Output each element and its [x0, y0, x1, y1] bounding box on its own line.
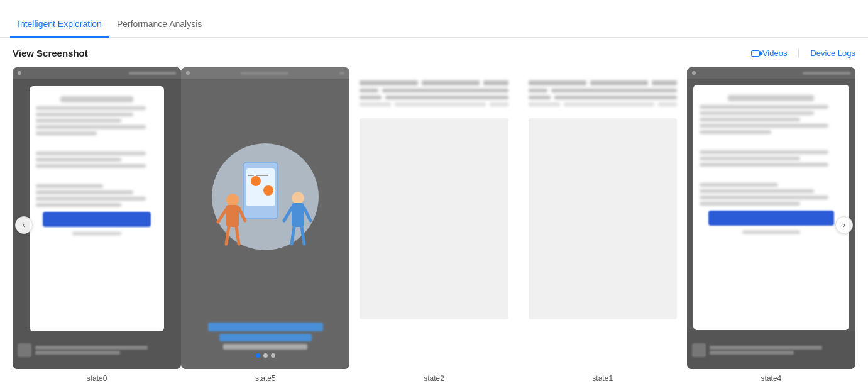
header-divider [798, 49, 799, 58]
dot [271, 353, 275, 358]
bottom-text [35, 345, 176, 356]
blur-line [36, 131, 97, 135]
tab-performance-analysis[interactable]: Performance Analysis [109, 19, 209, 38]
main-content: View Screenshot Videos Device Logs ‹ [0, 38, 868, 386]
phone-frame-0[interactable] [13, 67, 181, 369]
state-card-0: state0 [13, 67, 181, 383]
svg-rect-4 [226, 205, 239, 227]
blur-line [700, 196, 828, 199]
blur-big-title-2 [219, 334, 312, 341]
bottom-blur [35, 346, 148, 350]
blur-button [708, 211, 835, 226]
view-actions: Videos Device Logs [751, 48, 855, 58]
bottom-icon [18, 343, 31, 357]
phone-frame-1[interactable] [519, 67, 687, 369]
table-cell [360, 89, 378, 92]
nav-arrow-left[interactable]: ‹ [15, 216, 33, 234]
tab-label: Intelligent Exploration [18, 19, 102, 29]
table-cell [395, 102, 485, 106]
device-logs-link[interactable]: Device Logs [810, 48, 855, 58]
video-icon [751, 50, 760, 57]
state-label-0: state0 [87, 374, 107, 383]
view-title: View Screenshot [13, 48, 88, 58]
top-dot [18, 71, 21, 75]
svg-point-15 [251, 176, 261, 186]
phone-frame-5[interactable] [181, 67, 349, 369]
nav-arrow-right[interactable]: › [835, 216, 853, 234]
svg-rect-10 [292, 203, 304, 227]
tab-label: Performance Analysis [117, 19, 202, 29]
state-card-5: state5 [181, 67, 349, 383]
phone-frame-4[interactable] [687, 67, 855, 369]
blur-line [700, 183, 779, 187]
blur-line [36, 190, 134, 194]
blur-line [36, 113, 134, 116]
tab-intelligent-exploration[interactable]: Intelligent Exploration [10, 19, 109, 38]
blur-line [700, 150, 828, 154]
state5-bottom [181, 315, 349, 369]
top-dot [692, 71, 696, 75]
table-content-1 [524, 72, 682, 114]
blur-line [700, 111, 815, 115]
table-cell [652, 80, 677, 85]
table-content-2 [354, 72, 513, 114]
dots-indicator [189, 353, 342, 358]
bottom-text [710, 345, 850, 356]
table-cell [551, 89, 677, 92]
svg-point-3 [226, 194, 239, 206]
phone-topbar-0 [13, 67, 181, 79]
videos-label: Videos [762, 48, 788, 58]
state2-content [349, 67, 518, 369]
phone-bottom-bar-4 [687, 331, 855, 369]
blur-line [700, 130, 771, 134]
table-cell [529, 102, 560, 106]
state-card-1: state1 [519, 67, 687, 383]
table-row [529, 96, 677, 99]
table-row [529, 102, 677, 106]
blur-line [36, 106, 146, 110]
dot-active [256, 353, 260, 358]
state5-inner [181, 67, 349, 369]
screenshot-gallery: ‹ [13, 67, 855, 383]
state-card-2: state2 [349, 67, 518, 383]
table-cell [590, 80, 648, 85]
state-label-5: state5 [255, 374, 276, 383]
state1-content [519, 67, 687, 369]
phone-frame-2[interactable] [349, 67, 518, 369]
state-card-4: state4 [687, 67, 855, 383]
table-cell [490, 102, 508, 106]
table-cell [360, 96, 382, 99]
state5-top [181, 67, 349, 79]
phone-inner-0 [30, 86, 165, 331]
table-cell [529, 80, 586, 85]
bottom-blur [710, 351, 794, 355]
blur-line [36, 125, 146, 129]
table-cell [360, 80, 417, 85]
blur-line [36, 152, 146, 155]
table-row [360, 96, 508, 99]
table-cell [385, 96, 508, 99]
table-cell [483, 80, 508, 85]
phone-bottom-bar-0 [13, 331, 181, 369]
table-row [360, 89, 508, 92]
blur-line [700, 163, 828, 167]
top-bar-right [339, 72, 344, 75]
dot [263, 353, 268, 358]
blur-small-line [72, 232, 121, 235]
blur-line [700, 118, 800, 121]
state-label-4: state4 [761, 374, 782, 383]
blur-title [728, 95, 814, 101]
videos-link[interactable]: Videos [751, 48, 788, 58]
table-cell [422, 80, 480, 85]
blur-big-title [208, 323, 323, 331]
blur-line [700, 124, 828, 128]
blur-line [36, 164, 146, 168]
state-label-1: state1 [592, 374, 613, 383]
state4-inner [693, 85, 849, 330]
svg-rect-17 [248, 175, 254, 176]
blur-line [36, 119, 121, 123]
table-cell [529, 89, 547, 92]
blur-line [36, 158, 121, 162]
svg-point-9 [292, 192, 304, 204]
blur-small-line [742, 231, 799, 234]
